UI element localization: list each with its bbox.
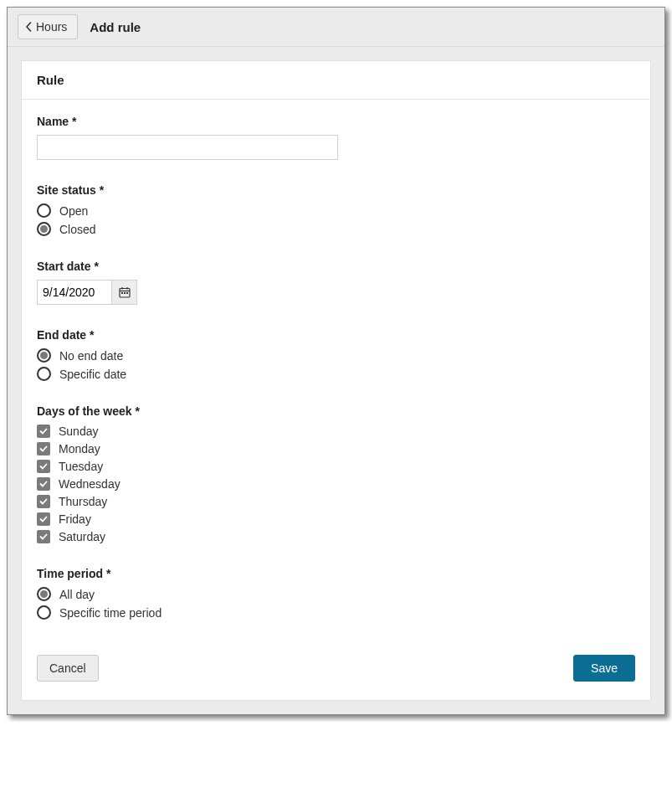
start-date-input-wrap <box>37 280 635 305</box>
start-date-input[interactable] <box>37 280 112 305</box>
radio-closed-label: Closed <box>59 223 96 236</box>
days-label: Days of the week * <box>37 404 635 418</box>
radio-open-label: Open <box>59 204 88 218</box>
panel-header: Rule <box>22 61 650 100</box>
add-rule-window: Hours Add rule Rule Name * Site status *… <box>7 7 665 715</box>
checkbox-wednesday[interactable] <box>37 477 50 491</box>
checkbox-tuesday[interactable] <box>37 460 50 473</box>
calendar-icon <box>119 286 131 298</box>
day-monday-row[interactable]: Monday <box>37 442 635 455</box>
time-allday-row[interactable]: All day <box>37 587 635 601</box>
days-field-group: Days of the week * Sunday Monday Tuesday <box>37 404 635 543</box>
radio-open[interactable] <box>37 203 51 218</box>
time-period-field-group: Time period * All day Specific time peri… <box>37 567 635 620</box>
page-title: Add rule <box>90 20 141 34</box>
radio-no-end-date-label: No end date <box>59 349 123 363</box>
panel-body: Name * Site status * Open Closed Star <box>22 100 650 641</box>
checkbox-saturday[interactable] <box>37 530 50 543</box>
end-date-field-group: End date * No end date Specific date <box>37 328 635 381</box>
rule-panel: Rule Name * Site status * Open Closed <box>21 60 651 701</box>
site-status-closed-row[interactable]: Closed <box>37 222 635 236</box>
site-status-label: Site status * <box>37 183 635 197</box>
topbar: Hours Add rule <box>8 8 664 47</box>
back-button[interactable]: Hours <box>18 14 78 39</box>
time-period-label: Time period * <box>37 567 635 580</box>
day-thursday-label: Thursday <box>59 495 107 508</box>
start-date-label: Start date * <box>37 260 635 273</box>
radio-specific-time[interactable] <box>37 605 51 620</box>
checkbox-sunday[interactable] <box>37 425 50 438</box>
save-button[interactable]: Save <box>573 655 635 682</box>
end-date-specific-row[interactable]: Specific date <box>37 367 635 381</box>
radio-no-end-date[interactable] <box>37 348 51 363</box>
panel-footer: Cancel Save <box>22 641 650 700</box>
day-wednesday-label: Wednesday <box>59 477 121 491</box>
start-date-field-group: Start date * <box>37 260 635 305</box>
end-date-noend-row[interactable]: No end date <box>37 348 635 363</box>
site-status-field-group: Site status * Open Closed <box>37 183 635 236</box>
checkbox-thursday[interactable] <box>37 495 50 508</box>
day-monday-label: Monday <box>59 442 100 455</box>
svg-rect-4 <box>121 292 123 294</box>
radio-closed[interactable] <box>37 222 51 236</box>
radio-specific-time-label: Specific time period <box>59 606 162 620</box>
day-tuesday-label: Tuesday <box>59 460 103 473</box>
radio-specific-date-label: Specific date <box>59 368 126 381</box>
day-wednesday-row[interactable]: Wednesday <box>37 477 635 491</box>
cancel-button[interactable]: Cancel <box>37 655 99 682</box>
radio-specific-date[interactable] <box>37 367 51 381</box>
checkbox-monday[interactable] <box>37 442 50 455</box>
day-sunday-label: Sunday <box>59 425 98 438</box>
radio-all-day-label: All day <box>59 588 95 601</box>
name-label: Name * <box>37 115 635 128</box>
time-specific-row[interactable]: Specific time period <box>37 605 635 620</box>
svg-rect-5 <box>124 292 126 294</box>
name-input[interactable] <box>37 135 338 160</box>
radio-all-day[interactable] <box>37 587 51 601</box>
start-date-picker-button[interactable] <box>112 280 137 305</box>
back-label: Hours <box>36 20 67 33</box>
chevron-left-icon <box>25 22 33 32</box>
svg-rect-6 <box>126 292 128 294</box>
day-friday-row[interactable]: Friday <box>37 512 635 526</box>
day-saturday-label: Saturday <box>59 530 105 543</box>
day-sunday-row[interactable]: Sunday <box>37 425 635 438</box>
day-thursday-row[interactable]: Thursday <box>37 495 635 508</box>
site-status-open-row[interactable]: Open <box>37 203 635 218</box>
content-area: Rule Name * Site status * Open Closed <box>8 47 664 714</box>
day-tuesday-row[interactable]: Tuesday <box>37 460 635 473</box>
name-field-group: Name * <box>37 115 635 160</box>
end-date-label: End date * <box>37 328 635 342</box>
day-friday-label: Friday <box>59 512 91 526</box>
day-saturday-row[interactable]: Saturday <box>37 530 635 543</box>
checkbox-friday[interactable] <box>37 512 50 526</box>
